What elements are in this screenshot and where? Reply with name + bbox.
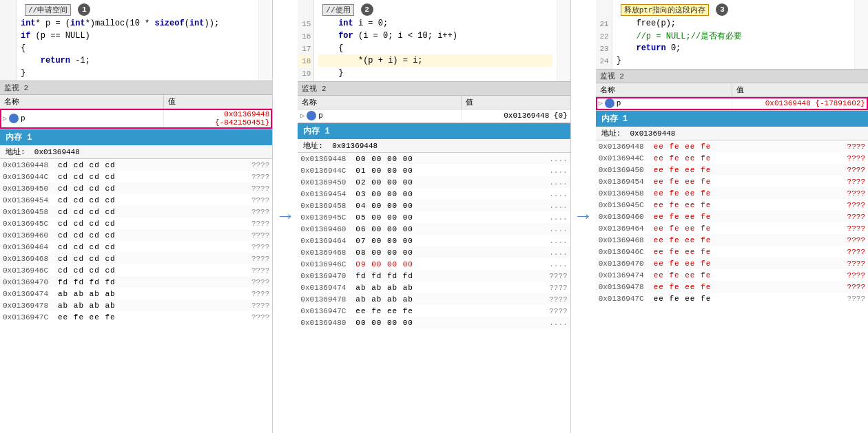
mem-row-2-5: 0x0136945C05 00 00 00.... [298,211,570,223]
mem-bytes-1-12: ab ab ab ab [58,302,242,310]
ln-2-2: 17 [299,43,311,55]
panel-2: 15 16 17 18 19 //使用 2 int i = 0; [298,0,570,433]
mem-bytes-1-9: cd cd cd cd [58,266,242,275]
watch-section-2: 监视 2 名称 值 ▷ p [298,82,570,123]
mem-bytes-1-11: ab ab ab ab [58,290,242,298]
mem-row-2-7: 0x0136946407 00 00 00.... [298,235,570,246]
mem-chars-1-0: ???? [242,161,269,169]
code-label-3: 释放ptr指向的这段内存 [621,4,710,16]
mem-row-1-4: 0x01369458cd cd cd cd???? [0,206,272,218]
mem-row-3-9: 0x0136946Cee fe ee fe???? [596,246,868,257]
watch-table-1: 名称 值 ▷ p 0x01369 [0,95,272,129]
code-block-3: 释放ptr指向的这段内存 3 free(p); //p = NULL;//是否有… [612,0,854,69]
mem-bytes-1-2: cd cd cd cd [58,184,242,193]
memory-content-1[interactable]: 0x01369448cd cd cd cd???? 0x0136944Ccd c… [0,159,272,433]
code-line-1-3: return -1; [21,54,254,67]
mem-chars-1-1: ???? [242,173,269,181]
watch-cell-val-1-0: 0x01369448 {-842150451} [163,109,272,129]
code-line-3-3: } [617,54,850,67]
mem-addr-1-11: 0x01369474 [3,290,58,298]
mem-bytes-1-13: ee fe ee fe [58,313,242,321]
mem-row-2-9: 0x0136946C09 00 00 00.... [298,258,570,270]
mem-row-1-3: 0x01369454cd cd cd cd???? [0,194,272,206]
mem-addr-1-10: 0x01369470 [3,278,58,286]
mem-row-3-0: 0x01369448ee fe ee fe???? [596,140,868,152]
step-badge-3: 3 [716,3,728,16]
mem-row-1-9: 0x0136946Ccd cd cd cd???? [0,264,272,276]
mem-row-3-5: 0x0136945Cee fe ee fe???? [596,199,868,211]
watch-cell-val-2-0: 0x01369448 {0} [462,109,570,123]
mem-chars-1-10: ???? [242,278,269,286]
code-header-2: //使用 2 [318,1,552,17]
watch-col-val-3: 值 [732,83,868,97]
memory-content-2[interactable]: 0x0136944800 00 00 00.... 0x0136944C01 0… [298,153,570,433]
arrow-2-3: → [571,0,596,433]
watch-cell-name-2-0: ▷ p [298,109,461,123]
mem-row-2-4: 0x0136945804 00 00 00.... [298,200,570,211]
mem-row-3-1: 0x0136944Cee fe ee fe???? [596,152,868,164]
main-container: //申请空间 1 int* p = (int*)malloc(10 * size… [0,0,868,433]
mem-row-2-11: 0x01369474ab ab ab ab???? [298,282,570,293]
mem-row-2-0: 0x0136944800 00 00 00.... [298,153,570,165]
expand-icon-2-0[interactable]: ▷ [300,112,304,120]
mem-chars-1-4: ???? [242,208,269,216]
mem-bytes-1-4: cd cd cd cd [58,208,242,216]
memory-addr-bar-3: 地址: 0x01369448 [596,127,868,140]
watch-row-3-0: ▷ p 0x01369448 {-17891602} [596,97,868,110]
mem-addr-1-3: 0x01369454 [3,196,58,204]
expand-icon-1-0[interactable]: ▷ [3,114,7,123]
mem-row-2-8: 0x0136946808 00 00 00.... [298,246,570,258]
memory-header-2: 内存 1 [298,123,570,139]
arrow-1-2: → [273,0,298,433]
code-line-1-2: { [21,42,254,54]
watch-col-name-2: 名称 [298,96,461,109]
mem-row-3-2: 0x01369450ee fe ee fe???? [596,164,868,176]
arrow-right-icon-2: → [577,206,589,227]
mem-bytes-1-1: cd cd cd cd [58,173,242,181]
mem-row-2-6: 0x0136946006 00 00 00.... [298,223,570,235]
mem-row-1-13: 0x0136947Cee fe ee fe???? [0,311,272,323]
code-label-2: //使用 [322,4,353,16]
step-badge-2: 2 [361,3,373,16]
mem-bytes-1-8: cd cd cd cd [58,255,242,263]
mem-chars-1-8: ???? [242,255,269,263]
arrow-col-3 [854,0,868,69]
code-line-2-2: { [318,42,552,54]
mem-addr-1-9: 0x0136946C [3,266,58,275]
watch-col-name-1: 名称 [0,95,163,109]
mem-bytes-1-5: cd cd cd cd [58,220,242,228]
code-header-3: 释放ptr指向的这段内存 3 [617,1,850,17]
code-line-3-1: //p = NULL;//是否有必要 [617,30,850,42]
code-section-2: 15 16 17 18 19 //使用 2 int i = 0; [298,0,570,82]
arrow-col-2 [557,0,570,81]
mem-addr-1-12: 0x01369478 [3,302,58,310]
line-numbers-3: 21 22 23 24 [596,0,612,69]
ln-3-2: 23 [597,43,609,55]
mem-row-3-10: 0x01369470ee fe ee fe???? [596,257,868,269]
mem-row-2-12: 0x01369478ab ab ab ab???? [298,293,570,305]
mem-bytes-1-7: cd cd cd cd [58,243,242,251]
mem-chars-1-7: ???? [242,243,269,251]
watch-value-1-0: 0x01369448 {-842150451} [167,110,270,127]
watch-table-2: 名称 值 ▷ p 0x01369 [298,96,570,123]
watch-header-3: 监视 2 [596,70,868,83]
code-line-3-0: free(p); [617,17,850,30]
panel-3: 21 22 23 24 释放ptr指向的这段内存 3 free(p); //p … [596,0,868,433]
mem-row-1-12: 0x01369478ab ab ab ab???? [0,299,272,311]
watch-col-val-1: 值 [163,95,272,109]
mem-bytes-1-3: cd cd cd cd [58,196,242,204]
expand-icon-3-0[interactable]: ▷ [599,99,603,107]
memory-section-3: 内存 1 地址: 0x01369448 0x01369448ee fe ee f… [596,111,868,433]
ln-2-0: 15 [299,18,311,30]
mem-row-2-2: 0x0136945002 00 00 00.... [298,176,570,188]
mem-row-1-7: 0x01369464cd cd cd cd???? [0,241,272,253]
ln-2-3: 18 [299,55,311,67]
memory-content-3[interactable]: 0x01369448ee fe ee fe???? 0x0136944Cee f… [596,140,868,433]
watch-value-2-0: 0x01369448 {0} [464,112,568,120]
memory-header-3: 内存 1 [596,111,868,127]
mem-addr-1-2: 0x01369450 [3,184,58,193]
mem-chars-1-9: ???? [242,266,269,275]
code-line-1-1: if (p == NULL) [21,30,254,42]
mem-addr-1-7: 0x01369464 [3,243,58,251]
mem-row-1-5: 0x0136945Ccd cd cd cd???? [0,218,272,229]
